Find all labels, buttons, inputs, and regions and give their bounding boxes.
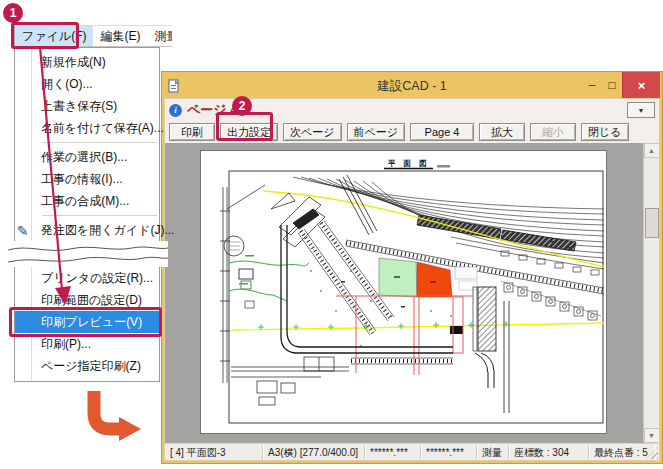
status-field-mode: 測量 bbox=[477, 445, 509, 460]
status-field-coord-count: 座標数 : 304 bbox=[509, 445, 589, 460]
step-1-marker: 1 bbox=[3, 3, 23, 23]
toolbar-button-print[interactable]: 印刷 bbox=[169, 123, 215, 141]
scroll-up-icon[interactable]: ▲ bbox=[644, 143, 660, 158]
vertical-scrollbar[interactable]: ▲ ▼ bbox=[643, 143, 659, 443]
toolbar-button-close[interactable]: 閉じる bbox=[581, 123, 629, 141]
toolbar-button-prev-page[interactable]: 前ページ bbox=[347, 123, 406, 141]
window-controls: – □ × bbox=[582, 72, 660, 98]
menu-item-order-drawing-guide[interactable]: ✎ 発注図を開くガイド(J)... bbox=[15, 219, 159, 241]
menu-item-save-as[interactable]: 名前を付けて保存(A)... bbox=[15, 117, 159, 139]
step-2-marker: 2 bbox=[232, 96, 252, 116]
status-field-last-point: 最終点番 : 5 bbox=[589, 445, 655, 460]
cad-drawing: 平 面 図 bbox=[201, 151, 606, 433]
status-field-coord-x: ******.*** bbox=[365, 445, 421, 460]
menu-item-project-merge[interactable]: 工事の合成(M)... bbox=[15, 190, 159, 212]
menu-separator bbox=[42, 142, 157, 143]
file-menu: 新規作成(N) 開く(O)... 上書き保存(S) 名前を付けて保存(A)...… bbox=[14, 47, 160, 382]
dropdown-button[interactable]: ▼ bbox=[627, 102, 655, 118]
menu-item-printer-setup[interactable]: プリンタの設定(R)... bbox=[15, 267, 159, 289]
close-button[interactable]: × bbox=[622, 72, 660, 98]
toolbar-button-zoom-in[interactable]: 拡大 bbox=[479, 123, 525, 141]
menu-item-open[interactable]: 開く(O)... bbox=[15, 73, 159, 95]
scroll-down-icon[interactable]: ▼ bbox=[644, 428, 660, 443]
torn-edge bbox=[8, 241, 168, 267]
menu-file[interactable]: ファイル(F) bbox=[15, 26, 93, 47]
maximize-button[interactable]: □ bbox=[602, 78, 622, 92]
menu-item-print-preview[interactable]: 印刷プレビュー(V) bbox=[15, 311, 159, 333]
menu-item-save[interactable]: 上書き保存(S) bbox=[15, 95, 159, 117]
minimize-button[interactable]: – bbox=[582, 78, 602, 92]
print-preview-area: 平 面 図 bbox=[165, 143, 659, 443]
menu-item-project-info[interactable]: 工事の情報(I)... bbox=[15, 168, 159, 190]
toolbar-page-indicator: Page 4 bbox=[410, 123, 474, 141]
info-icon: i bbox=[169, 104, 182, 117]
menu-item-label: 印刷プレビュー(V) bbox=[41, 315, 142, 329]
status-field-page-name: [ 4] 平面図-3 bbox=[165, 445, 263, 460]
scrollbar-thumb[interactable] bbox=[645, 208, 659, 238]
menu-item-print[interactable]: 印刷(P)... bbox=[15, 333, 159, 355]
menu-item-print-range[interactable]: 印刷範囲の設定(D) bbox=[15, 289, 159, 311]
app-icon bbox=[168, 79, 181, 93]
drawing-title: 平 面 図 bbox=[387, 159, 430, 168]
toolbar-button-output-settings[interactable]: 出力設定 bbox=[220, 123, 278, 141]
window-content: i ページ 4 ▼ 印刷 出力設定 次ページ 前ページ Page 4 拡大 縮小… bbox=[164, 98, 660, 461]
menu-edit[interactable]: 編集(E) bbox=[93, 26, 147, 47]
toolbar-button-next-page[interactable]: 次ページ bbox=[283, 123, 342, 141]
toolbar: 印刷 出力設定 次ページ 前ページ Page 4 拡大 縮小 閉じる bbox=[165, 121, 659, 143]
screenshot-root: 1 ファイル(F) 編集(E) 測量計 新規作成(N) 開く(O)... 上書き… bbox=[0, 0, 663, 469]
menu-separator bbox=[42, 215, 157, 216]
status-bar: [ 4] 平面図-3 A3(横) [277.0/400.0] ******.**… bbox=[165, 443, 659, 460]
menu-item-page-print[interactable]: ページ指定印刷(Z) bbox=[15, 355, 159, 377]
menu-item-new[interactable]: 新規作成(N) bbox=[15, 51, 159, 73]
page-label: ページ 4 bbox=[187, 101, 237, 119]
status-field-paper-size: A3(横) [277.0/400.0] bbox=[263, 445, 365, 460]
menu-survey[interactable]: 測量計 bbox=[147, 26, 172, 47]
menu-item-label: 発注図を開くガイド(J)... bbox=[41, 223, 174, 237]
menu-item-work-select[interactable]: 作業の選択(B)... bbox=[15, 146, 159, 168]
chevron-down-icon: ▼ bbox=[638, 107, 645, 114]
status-field-coord-y: ******.*** bbox=[421, 445, 477, 460]
title-bar[interactable]: 建設CAD - 1 – □ × bbox=[164, 74, 660, 98]
toolbar-button-zoom-out[interactable]: 縮小 bbox=[530, 123, 576, 141]
hand-pen-icon: ✎ bbox=[17, 220, 29, 242]
drawing-scale-note bbox=[437, 165, 450, 168]
drawing-page: 平 面 図 bbox=[201, 151, 606, 433]
app-window: 建設CAD - 1 – □ × i ページ 4 ▼ 印刷 出力設定 次ページ 前… bbox=[161, 71, 663, 464]
menu-bar: ファイル(F) 編集(E) 測量計 bbox=[14, 25, 172, 47]
